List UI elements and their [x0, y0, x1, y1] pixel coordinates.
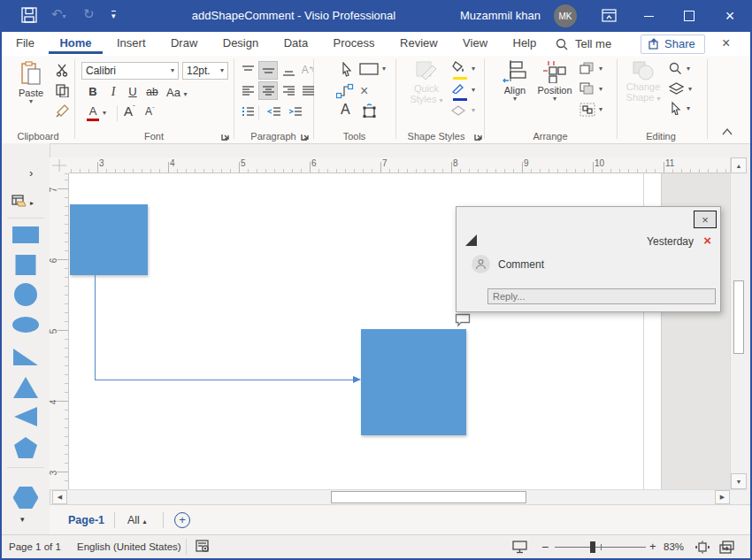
cut-button[interactable] [53, 62, 71, 79]
change-shape-button[interactable]: ChangeShape ▾ [621, 60, 665, 103]
font-name-select[interactable]: Calibri▾ [81, 62, 179, 80]
bring-forward-button[interactable] [579, 62, 595, 74]
align-middle-button[interactable] [259, 62, 277, 79]
text-direction-button[interactable]: A↰ [299, 61, 317, 78]
stencil-shape-ellipse[interactable] [12, 317, 39, 333]
connector-segment-horizontal[interactable] [95, 380, 354, 380]
align-left-button[interactable] [239, 82, 257, 99]
zoom-slider[interactable] [555, 547, 646, 548]
fill-button[interactable] [451, 61, 467, 77]
presentation-mode-icon[interactable] [512, 541, 527, 554]
find-dropdown-icon[interactable]: ▾ [687, 65, 690, 73]
bullets-button[interactable] [239, 103, 257, 119]
tab-data[interactable]: Data [273, 32, 318, 54]
group-button[interactable] [579, 103, 595, 117]
shrink-font-button[interactable]: Aˇ [145, 105, 155, 118]
comment-indicator-icon[interactable] [455, 313, 471, 327]
minimize-button[interactable] [633, 3, 664, 29]
zoom-slider-thumb[interactable] [590, 541, 595, 553]
scroll-up-icon[interactable]: ▲ [731, 157, 747, 173]
connector-segment-vertical[interactable] [95, 275, 96, 380]
increase-indent-button[interactable] [287, 103, 304, 119]
pane-close-icon[interactable]: × [722, 35, 730, 51]
page-tab-page-1[interactable]: Page-1 [68, 514, 104, 526]
search-icon[interactable] [556, 38, 568, 50]
copy-button[interactable] [53, 82, 71, 99]
language-status[interactable]: English (United States) [77, 541, 181, 552]
strikethrough-button[interactable]: ab [143, 83, 161, 100]
delete-comment-icon[interactable]: × [703, 233, 711, 248]
zoom-in-button[interactable]: + [649, 540, 656, 553]
align-center-button[interactable] [259, 82, 277, 99]
scroll-right-icon[interactable]: ▶ [715, 490, 730, 504]
align-top-button[interactable] [239, 62, 257, 79]
grow-font-button[interactable]: Aˆ [124, 104, 135, 119]
font-color-dropdown-icon[interactable]: ▾ [103, 110, 106, 117]
close-button[interactable]: × [715, 3, 745, 29]
line-dropdown-icon[interactable]: ▾ [472, 87, 475, 94]
paste-button[interactable]: Paste ▾ [12, 61, 50, 105]
text-tool-button[interactable]: A [341, 102, 350, 118]
quick-styles-button[interactable]: QuickStyles ▾ [404, 60, 449, 104]
position-button[interactable]: Position▾ [534, 60, 575, 103]
save-icon[interactable] [21, 7, 37, 23]
format-painter-button[interactable] [53, 103, 71, 119]
group-dropdown-icon[interactable]: ▾ [599, 106, 602, 113]
expand-shapes-panel-icon[interactable]: › [29, 166, 33, 180]
stencil-shape-triangle[interactable] [13, 377, 38, 398]
collapse-ribbon-icon[interactable] [722, 128, 733, 135]
more-shapes-icon[interactable]: ▾ [20, 515, 25, 524]
qat-customize-icon[interactable]: ▾ [111, 11, 116, 20]
tab-process[interactable]: Process [323, 32, 386, 54]
justify-button[interactable] [299, 82, 317, 99]
rectangle-tool-dropdown-icon[interactable]: ▾ [382, 65, 386, 73]
stencil-shape-square[interactable] [16, 255, 36, 275]
stencil-expand-icon[interactable]: ▸ [30, 199, 34, 207]
send-backward-dropdown-icon[interactable]: ▾ [599, 86, 602, 93]
find-button[interactable] [669, 62, 682, 75]
italic-button[interactable]: I [104, 83, 122, 100]
tab-insert[interactable]: Insert [106, 32, 157, 54]
all-pages-button[interactable]: All ▴ [127, 514, 146, 526]
tab-review[interactable]: Review [389, 32, 449, 54]
connection-point-button[interactable]: × [360, 83, 368, 99]
stencil-shape-rectangle[interactable] [12, 226, 39, 243]
bold-button[interactable]: B [84, 83, 102, 100]
user-name[interactable]: Muzammil khan [460, 9, 541, 22]
tab-draw[interactable]: Draw [160, 32, 208, 54]
macro-record-icon[interactable] [196, 540, 210, 554]
align-bottom-button[interactable] [280, 62, 297, 79]
fill-dropdown-icon[interactable]: ▾ [472, 65, 475, 73]
fit-page-icon[interactable] [695, 541, 710, 554]
tab-help[interactable]: Help [503, 32, 548, 54]
share-button[interactable]: Share [641, 35, 705, 54]
paragraph-dialog-launcher[interactable] [301, 132, 311, 142]
underline-button[interactable]: U [124, 83, 142, 100]
scroll-down-icon[interactable]: ▼ [731, 473, 747, 489]
change-case-button[interactable]: Aa ▾ [166, 86, 188, 99]
effects-dropdown-icon[interactable]: ▾ [472, 107, 475, 114]
comment-popup-close-button[interactable]: × [694, 211, 717, 228]
layers-button[interactable] [669, 82, 684, 96]
tab-design[interactable]: Design [212, 32, 269, 54]
page-info[interactable]: Page 1 of 1 [9, 541, 61, 552]
effects-button[interactable] [451, 104, 465, 116]
layers-dropdown-icon[interactable]: ▾ [688, 86, 692, 93]
stencil-shape-pentagon[interactable] [14, 437, 37, 458]
avatar[interactable]: MK [554, 4, 577, 27]
decrease-indent-button[interactable] [265, 103, 283, 119]
switch-windows-icon[interactable] [719, 541, 734, 554]
undo-icon[interactable]: ↶▾ [51, 6, 66, 22]
maximize-button[interactable] [674, 3, 704, 29]
font-dialog-launcher[interactable] [221, 132, 231, 142]
send-backward-button[interactable] [579, 82, 595, 95]
ribbon-display-options-icon[interactable] [602, 9, 617, 22]
stencil-shape-circle[interactable] [14, 283, 37, 306]
reply-input[interactable] [487, 288, 716, 304]
vertical-scroll-thumb[interactable] [733, 280, 744, 354]
select-dropdown-icon[interactable]: ▾ [687, 105, 690, 112]
stencil-icon[interactable] [12, 195, 27, 208]
tab-view[interactable]: View [452, 32, 498, 54]
stencil-shape-right-triangle[interactable] [13, 347, 38, 365]
tab-home[interactable]: Home [49, 32, 102, 54]
